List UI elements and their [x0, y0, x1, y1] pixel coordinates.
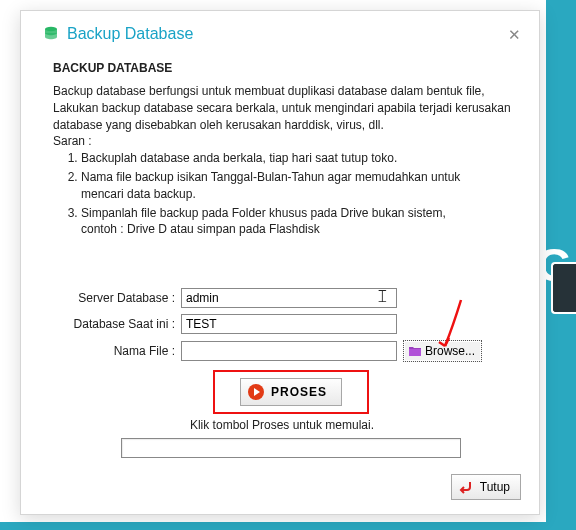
database-icon	[43, 26, 59, 42]
backup-dialog: Backup Database ✕ BACKUP DATABASE Backup…	[20, 10, 540, 515]
proses-button[interactable]: PROSES	[240, 378, 342, 406]
server-database-input[interactable]	[181, 288, 397, 308]
filename-label: Nama File :	[43, 344, 181, 358]
background-right: G	[546, 0, 576, 530]
tip-item: Simpanlah file backup pada Folder khusus…	[81, 205, 517, 239]
background-bottom	[0, 522, 576, 530]
proses-highlight: PROSES	[213, 370, 369, 414]
tutup-label: Tutup	[480, 480, 510, 494]
tip-item: Nama file backup isikan Tanggal-Bulan-Ta…	[81, 169, 517, 203]
filename-input[interactable]	[181, 341, 397, 361]
tip-text: mencari data backup.	[81, 187, 196, 201]
progress-bar	[121, 438, 461, 458]
folder-icon	[408, 345, 422, 357]
tip-text: Simpanlah file backup pada Folder khusus…	[81, 206, 446, 220]
browse-button[interactable]: Browse...	[403, 340, 482, 362]
tutup-button[interactable]: Tutup	[451, 474, 521, 500]
hint-text: Klik tombol Proses untuk memulai.	[43, 418, 521, 432]
dialog-title: Backup Database	[67, 25, 193, 43]
tip-item: Backuplah database anda berkala, tiap ha…	[81, 150, 517, 167]
desc-line: Saran :	[53, 133, 517, 150]
browse-label: Browse...	[425, 344, 475, 358]
dialog-header: Backup Database ✕	[43, 25, 521, 51]
return-icon	[458, 480, 474, 494]
desc-line: database yang disebabkan oleh kerusakan …	[53, 117, 517, 134]
section-heading: BACKUP DATABASE	[53, 61, 521, 75]
desc-line: Backup database berfungsi untuk membuat …	[53, 83, 517, 100]
server-label: Server Database :	[43, 291, 181, 305]
database-label: Database Saat ini :	[43, 317, 181, 331]
desc-line: Lakukan backup database secara berkala, …	[53, 100, 517, 117]
background-dark-slab	[551, 262, 576, 314]
tip-text: contoh : Drive D atau simpan pada Flashd…	[81, 222, 320, 236]
tip-text: Backuplah database anda berkala, tiap ha…	[81, 151, 397, 165]
current-database-input[interactable]	[181, 314, 397, 334]
description: Backup database berfungsi untuk membuat …	[53, 83, 517, 238]
tip-text: Nama file backup isikan Tanggal-Bulan-Ta…	[81, 170, 460, 184]
proses-label: PROSES	[271, 385, 327, 399]
close-icon[interactable]: ✕	[508, 27, 521, 42]
play-icon	[247, 383, 265, 401]
form-area: 𝙸 Server Database : Database Saat ini : …	[43, 288, 521, 458]
